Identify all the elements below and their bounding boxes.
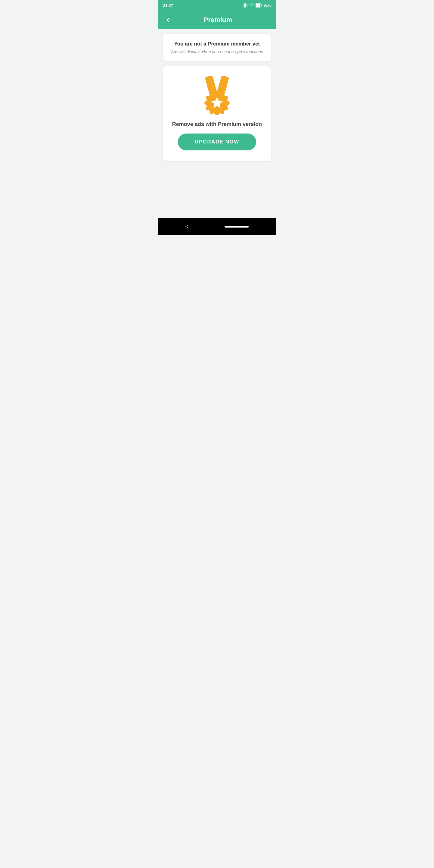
back-button[interactable]: [163, 14, 175, 26]
status-bar: 21:27 91%: [158, 0, 276, 11]
svg-rect-4: [261, 4, 262, 6]
main-content: You are not a Premium member yet Ads wil…: [158, 29, 276, 218]
svg-point-18: [206, 96, 210, 99]
status-icons: 91%: [243, 3, 271, 8]
status-time: 21:27: [163, 3, 173, 8]
medal-icon: [200, 76, 234, 115]
svg-point-8: [215, 90, 219, 94]
app-bar-title: Premium: [179, 16, 257, 24]
svg-point-15: [210, 111, 213, 114]
svg-point-19: [210, 92, 213, 96]
svg-rect-3: [256, 4, 260, 7]
wifi-icon: [249, 3, 254, 8]
nav-home-pill[interactable]: [224, 226, 249, 227]
svg-point-12: [224, 107, 228, 110]
upgrade-now-button[interactable]: UPGRADE NOW: [178, 133, 256, 150]
premium-card-description: Remove ads with Premium version: [172, 121, 262, 127]
nav-back-button[interactable]: <: [185, 224, 189, 230]
info-card: You are not a Premium member yet Ads wil…: [163, 34, 271, 61]
svg-point-1: [251, 7, 252, 7]
svg-point-16: [206, 107, 210, 110]
svg-rect-0: [244, 3, 247, 7]
vibrate-icon: [243, 3, 248, 8]
svg-point-9: [221, 92, 224, 96]
svg-point-17: [204, 101, 208, 105]
battery-level: 91%: [264, 3, 271, 7]
svg-point-13: [221, 111, 224, 114]
bottom-nav: <: [158, 218, 276, 235]
info-card-subtitle: Ads will display when you use the app's …: [169, 50, 265, 54]
app-bar: Premium: [158, 11, 276, 29]
battery-icon: [255, 3, 262, 7]
svg-point-10: [224, 96, 228, 99]
premium-card: Remove ads with Premium version UPGRADE …: [163, 66, 271, 161]
info-card-title: You are not a Premium member yet: [169, 41, 265, 47]
svg-point-11: [226, 101, 230, 105]
